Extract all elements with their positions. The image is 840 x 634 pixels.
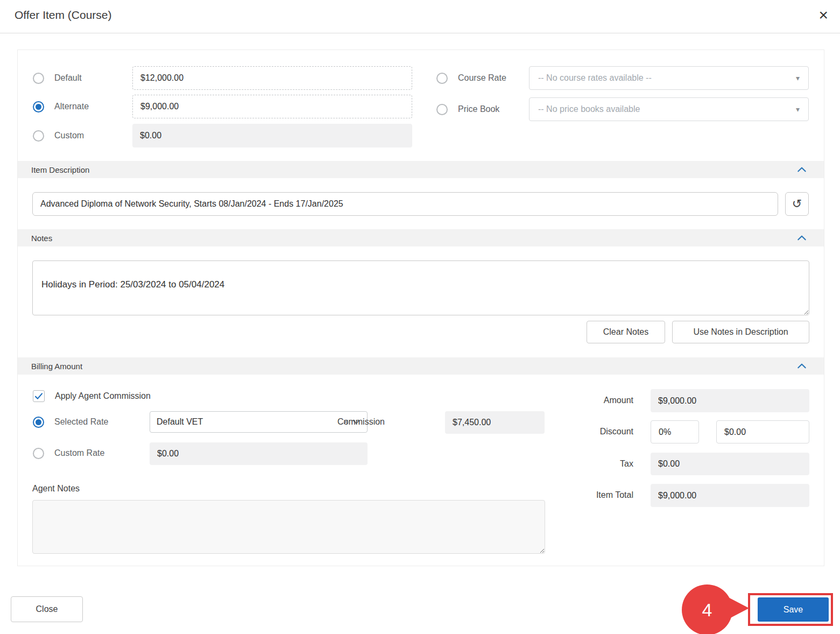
course-rate-label: Course Rate	[458, 73, 506, 83]
amount-label: Amount	[547, 395, 633, 406]
alternate-price-input[interactable]	[132, 95, 412, 118]
price-book-placeholder: -- No price books available	[538, 104, 640, 114]
chevron-down-icon: ▾	[796, 105, 800, 114]
discount-amount-input[interactable]	[716, 420, 809, 443]
item-description-section-header[interactable]: Item Description	[18, 161, 824, 178]
notes-textarea[interactable]: Holidays in Period: 25/03/2024 to 05/04/…	[32, 260, 809, 315]
collapse-chevron-up-icon[interactable]	[796, 361, 808, 371]
use-notes-label: Use Notes in Description	[693, 327, 788, 337]
tax-field: $0.00	[651, 453, 809, 475]
annotation-number: 4	[702, 600, 712, 621]
apply-agent-commission-label: Apply Agent Commission	[55, 391, 151, 401]
default-radio[interactable]	[33, 73, 44, 84]
modal-title: Offer Item (Course)	[15, 9, 112, 22]
price-book-radio[interactable]	[436, 104, 448, 115]
restore-icon: ↺	[792, 197, 802, 211]
price-option-default[interactable]: Default	[33, 66, 82, 90]
discount-label: Discount	[547, 426, 633, 437]
custom-rate-option[interactable]: Custom Rate	[33, 441, 104, 465]
clear-notes-button[interactable]: Clear Notes	[587, 321, 665, 343]
collapse-chevron-up-icon[interactable]	[796, 164, 808, 175]
billing-amount-section-header[interactable]: Billing Amount	[18, 357, 824, 375]
amount-field: $9,000.00	[651, 389, 809, 412]
custom-rate-input[interactable]	[150, 442, 368, 465]
course-rate-placeholder: -- No course rates available --	[538, 73, 652, 83]
default-radio-label: Default	[54, 73, 82, 83]
default-price-input[interactable]	[132, 66, 412, 90]
custom-price-input[interactable]	[132, 124, 412, 147]
commission-input[interactable]	[445, 411, 545, 434]
course-rate-radio[interactable]	[436, 73, 448, 84]
save-button-label: Save	[783, 605, 803, 615]
notes-header-label: Notes	[31, 234, 52, 243]
item-total-field: $9,000.00	[651, 484, 809, 507]
modal-header: Offer Item (Course) ×	[0, 0, 840, 33]
custom-rate-label: Custom Rate	[54, 448, 104, 458]
custom-radio[interactable]	[33, 130, 44, 142]
notes-section-header[interactable]: Notes	[18, 229, 824, 246]
apply-agent-commission-row[interactable]: Apply Agent Commission	[33, 384, 151, 408]
course-rate-select[interactable]: -- No course rates available -- ▾	[529, 66, 809, 90]
price-option-alternate[interactable]: Alternate	[33, 95, 89, 118]
close-icon[interactable]: ×	[818, 5, 828, 25]
annotation-step-badge: 4	[682, 584, 732, 634]
agent-notes-textarea[interactable]	[32, 500, 545, 554]
clear-notes-label: Clear Notes	[603, 327, 648, 337]
price-option-custom[interactable]: Custom	[33, 124, 84, 147]
course-rate-option[interactable]: Course Rate	[436, 66, 506, 90]
agent-notes-label: Agent Notes	[32, 484, 80, 494]
alternate-radio[interactable]	[33, 101, 44, 112]
tax-label: Tax	[547, 459, 633, 469]
custom-rate-radio[interactable]	[33, 448, 44, 459]
modal-body-panel: Default Alternate Custom Course Rate -- …	[17, 50, 824, 566]
selected-rate-option[interactable]: Selected Rate	[33, 410, 109, 434]
selected-rate-radio[interactable]	[33, 417, 44, 428]
collapse-chevron-up-icon[interactable]	[796, 233, 808, 243]
commission-label: Commission	[299, 417, 385, 427]
custom-radio-label: Custom	[54, 131, 84, 140]
discount-percent-input[interactable]	[651, 420, 699, 443]
chevron-down-icon: ▾	[796, 74, 800, 82]
apply-agent-commission-checkbox[interactable]	[33, 390, 45, 402]
rate-select-value: Default VET	[157, 417, 203, 427]
item-total-label: Item Total	[547, 490, 633, 501]
price-book-select[interactable]: -- No price books available ▾	[529, 97, 809, 121]
check-icon	[34, 392, 43, 400]
price-book-option[interactable]: Price Book	[436, 97, 499, 121]
annotation-arrow-icon	[725, 596, 749, 621]
restore-description-button[interactable]: ↺	[785, 192, 809, 216]
close-button-label: Close	[36, 604, 58, 614]
selected-rate-label: Selected Rate	[54, 417, 109, 427]
alternate-radio-label: Alternate	[54, 102, 89, 111]
close-button[interactable]: Close	[11, 596, 83, 622]
offer-item-modal: Offer Item (Course) × Default Alternate …	[0, 0, 840, 634]
use-notes-in-description-button[interactable]: Use Notes in Description	[672, 321, 809, 343]
save-button[interactable]: Save	[758, 597, 829, 622]
item-description-header-label: Item Description	[31, 165, 89, 174]
billing-header-label: Billing Amount	[31, 362, 82, 371]
price-book-label: Price Book	[458, 104, 499, 114]
item-description-input[interactable]	[32, 192, 778, 216]
